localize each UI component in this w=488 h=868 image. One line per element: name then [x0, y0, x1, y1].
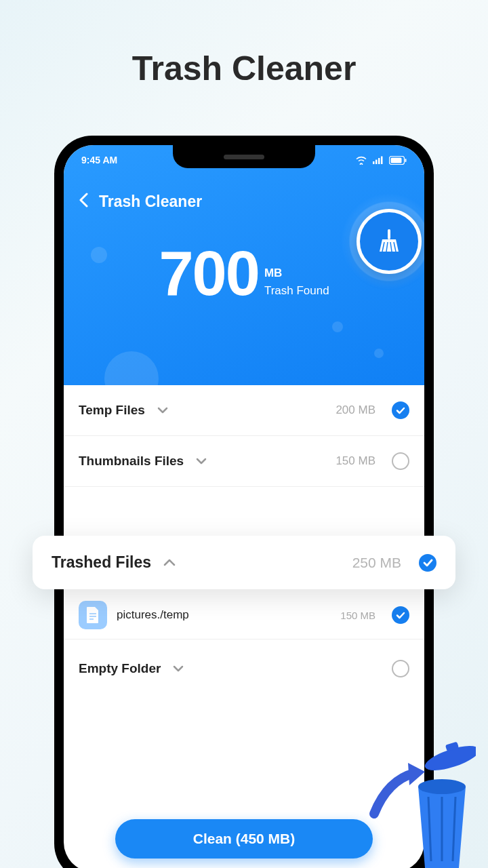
- battery-icon: [389, 156, 407, 165]
- category-checkbox[interactable]: [392, 660, 409, 677]
- svg-point-20: [418, 779, 466, 794]
- svg-rect-5: [391, 157, 402, 163]
- check-icon: [396, 612, 405, 619]
- clean-button[interactable]: Clean (450 MB): [115, 819, 373, 859]
- file-checkbox[interactable]: [392, 606, 409, 624]
- chevron-down-icon: [173, 663, 184, 675]
- phone-notch: [173, 145, 315, 168]
- category-size: 250 MB: [352, 555, 401, 571]
- category-checkbox[interactable]: [419, 554, 436, 572]
- nav-title: Trash Cleaner: [99, 193, 202, 211]
- decor-bubble: [374, 349, 384, 358]
- clean-fab[interactable]: [357, 209, 422, 274]
- chevron-up-icon: [163, 557, 176, 569]
- chevron-left-icon: [79, 193, 88, 208]
- trash-amount: 700: [159, 242, 259, 304]
- back-button[interactable]: [79, 191, 88, 212]
- check-icon: [423, 559, 433, 567]
- category-label: Thumbnails Files: [79, 454, 184, 469]
- category-label: Empty Folder: [79, 661, 161, 676]
- svg-rect-3: [381, 157, 383, 165]
- category-row-trashed-expanded[interactable]: Trashed Files 250 MB: [33, 536, 455, 589]
- svg-rect-6: [405, 159, 407, 162]
- signal-icon: [372, 155, 384, 165]
- wifi-icon: [355, 155, 367, 165]
- trash-label: Trash Found: [264, 284, 329, 298]
- check-icon: [396, 407, 405, 414]
- file-row[interactable]: pictures./temp 150 MB: [64, 591, 424, 639]
- category-checkbox[interactable]: [392, 452, 409, 470]
- category-checkbox[interactable]: [392, 401, 409, 419]
- category-size: 200 MB: [336, 403, 375, 417]
- chevron-down-icon: [157, 404, 168, 416]
- svg-rect-2: [378, 158, 380, 164]
- category-label: Trashed Files: [52, 553, 151, 572]
- status-time: 9:45 AM: [81, 155, 117, 165]
- page-heading: Trash Cleaner: [0, 0, 488, 88]
- category-row-temp[interactable]: Temp Files 200 MB: [64, 385, 424, 436]
- file-size: 150 MB: [340, 610, 375, 621]
- trash-bin-illustration: [361, 732, 476, 868]
- svg-rect-7: [388, 229, 390, 239]
- svg-rect-1: [375, 160, 378, 165]
- decor-bubble: [104, 351, 159, 385]
- category-row-thumbnails[interactable]: Thumbnails Files 150 MB: [64, 436, 424, 487]
- document-icon: [85, 606, 100, 624]
- category-label: Temp Files: [79, 403, 145, 418]
- category-row-empty-folder[interactable]: Empty Folder: [64, 639, 424, 694]
- trash-unit: MB: [264, 267, 329, 280]
- chevron-down-icon: [196, 455, 207, 467]
- broom-icon: [374, 226, 404, 256]
- decor-bubble: [91, 247, 107, 263]
- file-name: pictures./temp: [117, 608, 189, 622]
- decor-bubble: [332, 321, 343, 332]
- file-icon: [79, 601, 107, 629]
- category-size: 150 MB: [336, 454, 375, 468]
- svg-rect-0: [373, 161, 375, 164]
- status-icons: [355, 155, 407, 165]
